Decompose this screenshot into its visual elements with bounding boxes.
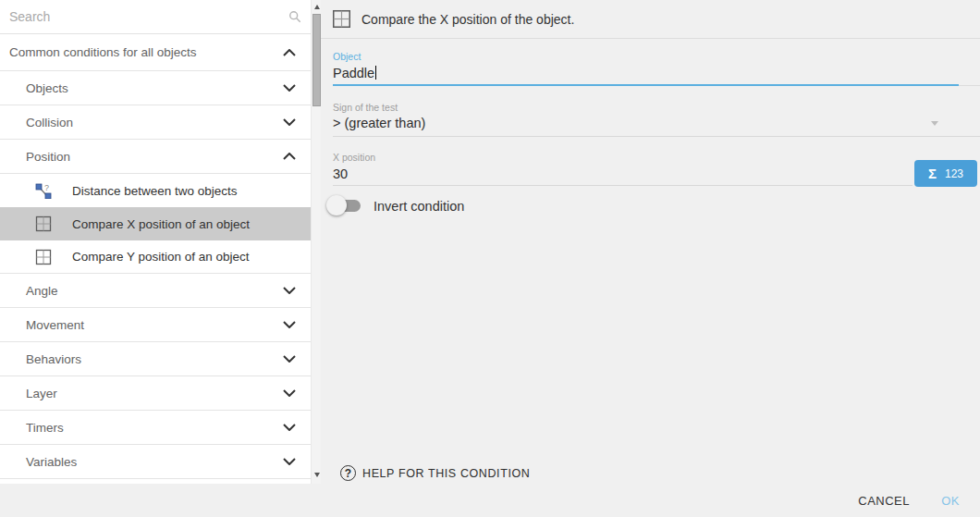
sidebar-item-label: Objects [26,81,283,95]
help-label: HELP FOR THIS CONDITION [362,467,530,480]
select-dropdown-icon[interactable] [931,121,938,126]
sidebar-item-collision[interactable]: Collision [0,105,311,140]
text-cursor [375,66,376,80]
sidebar-item-label: Movement [26,318,283,332]
sidebar-item-timers[interactable]: Timers [0,411,311,445]
search-icon [288,9,301,24]
sidebar-item-label: Behaviors [26,352,283,366]
sidebar-item-label: Common conditions for all objects [9,45,283,59]
object-field-label: Object [333,51,361,62]
condition-header: Compare the X position of the object. [321,0,980,39]
chevron-down-icon [283,287,296,294]
sign-field-label: Sign of the test [333,102,398,113]
sidebar-item-label: Compare Y position of an object [72,250,296,264]
x-position-field-label: X position [333,152,375,163]
sidebar-item-angle[interactable]: Angle [0,274,311,308]
sign-select-underline [333,136,980,137]
sidebar-item-compare-x-position[interactable]: Compare X position of an object [0,207,311,240]
sidebar-item-behaviors[interactable]: Behaviors [0,342,311,376]
condition-editor-panel: Compare the X position of the object. Ob… [321,0,980,484]
dialog-footer [0,484,980,517]
toggle-track[interactable] [330,200,361,212]
sidebar-item-common-conditions[interactable]: Common conditions for all objects [0,34,311,71]
sidebar-item-label: Position [26,150,283,164]
sidebar-item-label: Compare X position of an object [72,217,296,231]
sidebar-item-label: Angle [26,284,283,298]
help-question-icon: ? [340,465,356,481]
sidebar-item-compare-y-position[interactable]: Compare Y position of an object [0,240,311,274]
chevron-up-icon [283,153,296,160]
help-for-condition-button[interactable]: ? HELP FOR THIS CONDITION [340,465,530,481]
chevron-down-icon [283,458,296,465]
sidebar-scrollbar[interactable] [311,0,321,484]
conditions-sidebar: Common conditions for all objects Object… [0,0,311,484]
sigma-icon: Σ [928,166,937,181]
object-input-underline [333,84,959,86]
invert-condition-toggle[interactable]: Invert condition [326,195,464,216]
chevron-up-icon [283,49,296,56]
condition-title: Compare the X position of the object. [361,12,574,27]
sidebar-item-label: Variables [26,455,283,469]
expression-123-label: 123 [945,167,963,180]
sidebar-item-label: Collision [26,116,283,129]
search-input[interactable] [9,9,288,24]
chevron-down-icon [283,321,296,328]
toggle-thumb[interactable] [326,195,347,215]
scrollbar-thumb[interactable] [312,14,321,106]
sidebar-item-label: Timers [26,421,283,435]
object-input[interactable]: Paddle [333,66,376,80]
sidebar-item-position[interactable]: Position [0,140,311,174]
cancel-button[interactable]: CANCEL [858,494,910,508]
chevron-down-icon [283,424,296,431]
chevron-down-icon [283,84,296,92]
sidebar-item-distance-between-objects[interactable]: ? Distance between two objects [0,174,311,207]
chevron-down-icon [283,389,296,397]
x-position-input[interactable]: 30 [333,166,348,181]
sidebar-item-objects[interactable]: Objects [0,71,311,105]
svg-text:?: ? [44,183,49,192]
x-position-underline [333,185,913,186]
sidebar-item-label: Distance between two objects [72,184,296,198]
chevron-down-icon [283,355,296,363]
sidebar-item-layer[interactable]: Layer [0,376,311,411]
ok-button[interactable]: OK [941,494,960,508]
sidebar-item-label: Layer [26,387,283,400]
compare-x-icon [35,215,52,232]
compare-y-icon [35,249,52,265]
object-input-underline-rest [959,85,980,86]
invert-condition-label: Invert condition [374,199,464,214]
expression-editor-button[interactable]: Σ 123 [914,160,977,187]
compare-x-icon [332,9,351,29]
sign-select[interactable]: > (greater than) [333,116,425,130]
distance-icon: ? [35,182,52,199]
sidebar-item-variables[interactable]: Variables [0,445,311,479]
search-row [0,0,311,34]
chevron-down-icon [283,118,296,126]
sidebar-item-movement[interactable]: Movement [0,308,311,342]
